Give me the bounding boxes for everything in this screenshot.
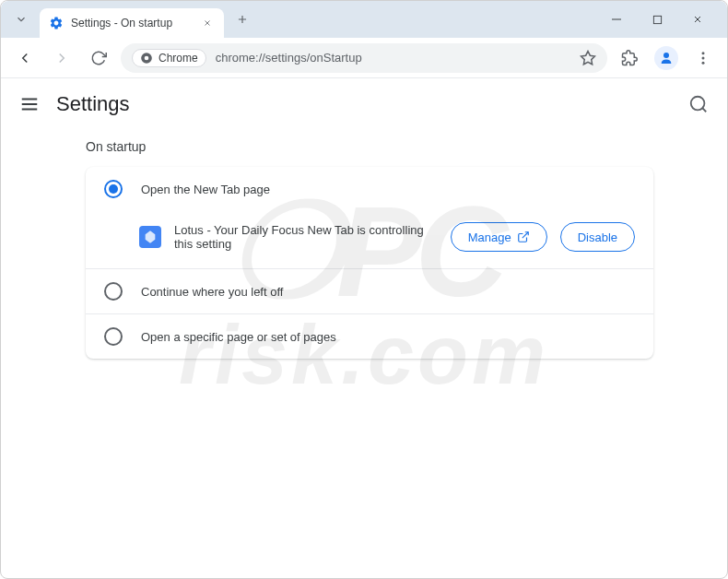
radio-selected[interactable] [104, 180, 123, 198]
close-window-button[interactable] [685, 6, 710, 32]
svg-point-9 [145, 55, 149, 60]
browser-toolbar: Chrome chrome://settings/onStartup [1, 38, 727, 78]
page-title: Settings [56, 92, 672, 116]
chip-label: Chrome [159, 52, 198, 65]
disable-button[interactable]: Disable [560, 222, 635, 252]
disable-label: Disable [578, 230, 617, 244]
profile-button[interactable] [652, 43, 681, 73]
forward-button[interactable] [47, 43, 76, 73]
site-chip[interactable]: Chrome [132, 49, 206, 67]
new-tab-button[interactable] [229, 6, 255, 32]
avatar-icon [654, 46, 678, 70]
option-new-tab[interactable]: Open the New Tab page [86, 167, 653, 211]
extension-text: Lotus - Your Daily Focus New Tab is cont… [174, 223, 438, 251]
svg-point-12 [702, 52, 705, 54]
svg-point-11 [663, 53, 669, 58]
option-specific[interactable]: Open a specific page or set of pages [86, 314, 653, 359]
menu-button[interactable] [688, 43, 718, 73]
maximize-button[interactable] [644, 6, 670, 32]
radio-unselected[interactable] [104, 282, 123, 301]
startup-card: Open the New Tab page Lotus - Your Daily… [86, 167, 653, 359]
external-link-icon [517, 230, 530, 243]
titlebar: Settings - On startup [1, 1, 727, 38]
extension-icon [139, 226, 161, 248]
svg-point-13 [702, 56, 705, 59]
extensions-button[interactable] [615, 43, 644, 73]
manage-button[interactable]: Manage [451, 222, 547, 252]
svg-marker-10 [581, 51, 595, 64]
settings-content: On startup Open the New Tab page Lotus -… [1, 130, 727, 359]
option-continue[interactable]: Continue where you left off [86, 269, 653, 313]
gear-icon [49, 16, 64, 30]
tab-close-button[interactable] [200, 16, 215, 30]
radio-label: Continue where you left off [141, 285, 283, 299]
tab-search-button[interactable] [8, 6, 34, 32]
tab-title: Settings - On startup [71, 17, 193, 30]
browser-tab[interactable]: Settings - On startup [40, 8, 224, 38]
section-title: On startup [86, 139, 653, 154]
radio-label: Open the New Tab page [141, 183, 270, 196]
svg-line-19 [702, 108, 706, 112]
hamburger-icon[interactable] [19, 94, 40, 114]
minimize-button[interactable] [604, 6, 629, 32]
chrome-icon [140, 52, 153, 65]
settings-header: Settings [1, 78, 727, 130]
svg-point-18 [691, 97, 705, 111]
address-bar[interactable]: Chrome chrome://settings/onStartup [121, 43, 607, 73]
extension-notice-row: Lotus - Your Daily Focus New Tab is cont… [86, 211, 653, 268]
svg-line-20 [522, 232, 527, 238]
radio-unselected[interactable] [104, 327, 123, 346]
search-icon[interactable] [688, 94, 709, 114]
window-controls [604, 6, 720, 32]
manage-label: Manage [468, 230, 511, 244]
back-button[interactable] [10, 43, 40, 73]
radio-label: Open a specific page or set of pages [141, 330, 336, 344]
url-text: chrome://settings/onStartup [216, 51, 570, 65]
reload-button[interactable] [84, 43, 113, 73]
svg-rect-5 [653, 16, 661, 23]
bookmark-icon[interactable] [580, 50, 596, 66]
svg-point-14 [702, 61, 705, 64]
